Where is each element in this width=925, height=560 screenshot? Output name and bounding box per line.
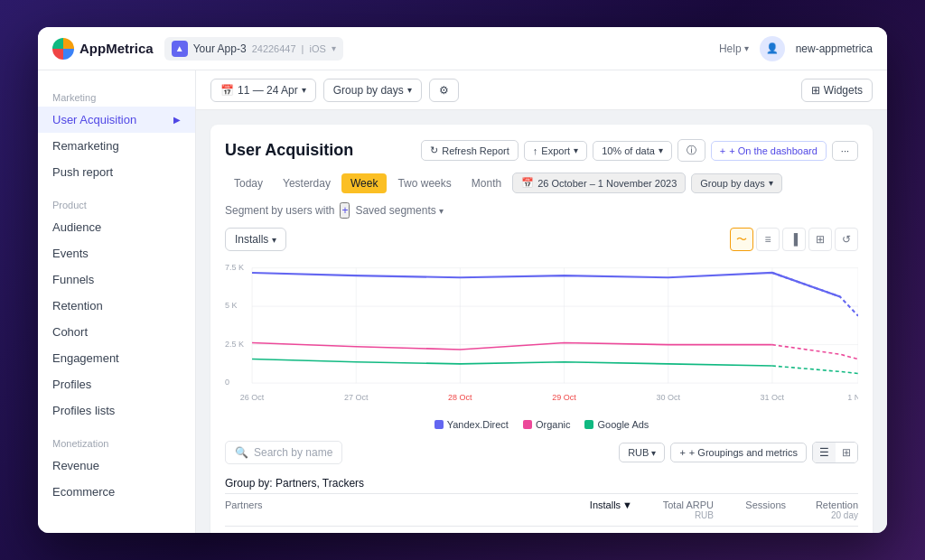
filter-button[interactable]: ⚙ bbox=[429, 79, 459, 102]
dashboard-label: + On the dashboard bbox=[729, 145, 818, 156]
sidebar-item-push-report[interactable]: Push report bbox=[38, 159, 195, 185]
sidebar-section-marketing: Marketing User Acquisition ▶ Remarketing… bbox=[38, 85, 195, 185]
col-header-installs[interactable]: Installs ▼ bbox=[551, 499, 632, 520]
search-container[interactable]: 🔍 Search by name bbox=[225, 441, 342, 464]
sidebar-item-label: User Acquisition bbox=[52, 113, 136, 126]
plus-icon: + bbox=[679, 447, 685, 458]
group-by-chart-button[interactable]: Group by days ▾ bbox=[691, 173, 782, 193]
widgets-label: Widgets bbox=[824, 84, 863, 97]
group-by-info: Group by: Partners, Trackers bbox=[225, 471, 858, 493]
chevron-down-icon: ▾ bbox=[744, 43, 749, 53]
app-logo-icon bbox=[52, 38, 74, 60]
refresh-chart-button[interactable]: ↺ bbox=[835, 228, 858, 251]
help-button[interactable]: Help ▾ bbox=[719, 42, 749, 55]
info-button[interactable]: ⓘ bbox=[677, 139, 705, 162]
chart-legend: Yandex.Direct Organic Google Ads bbox=[225, 419, 858, 430]
col-arpu-sub: RUB bbox=[632, 510, 714, 520]
data-percent-label: 10% of data bbox=[602, 145, 655, 156]
grid-view-button[interactable]: ⊞ bbox=[836, 443, 857, 462]
chevron-down-icon: ▾ bbox=[769, 178, 773, 188]
sidebar-item-funnels[interactable]: Funnels bbox=[38, 266, 195, 293]
more-button[interactable]: ··· bbox=[832, 141, 858, 161]
sidebar: Marketing User Acquisition ▶ Remarketing… bbox=[38, 70, 196, 533]
sidebar-item-cohort[interactable]: Cohort bbox=[38, 319, 195, 345]
date-range-selector[interactable]: 📅 26 October – 1 November 2023 bbox=[512, 173, 686, 193]
groupings-button[interactable]: + + Groupings and metrics bbox=[670, 443, 807, 462]
add-segment-button[interactable]: + bbox=[340, 202, 350, 219]
calendar-icon: 📅 bbox=[521, 177, 534, 189]
sidebar-divider-2 bbox=[38, 424, 195, 431]
svg-text:28 Oct: 28 Oct bbox=[448, 393, 472, 402]
chevron-down-icon: ▾ bbox=[272, 235, 276, 245]
refresh-button[interactable]: ↻ Refresh Report bbox=[421, 140, 519, 161]
sidebar-item-user-acquisition[interactable]: User Acquisition ▶ bbox=[38, 107, 195, 133]
sidebar-section-product: Product Audience Events Funnels Retentio… bbox=[38, 192, 195, 424]
currency-label: RUB bbox=[628, 447, 649, 458]
chart-area: 7.5 K 5 K 2.5 K 0 bbox=[225, 258, 858, 412]
tab-today[interactable]: Today bbox=[225, 173, 272, 193]
sidebar-item-audience[interactable]: Audience bbox=[38, 214, 195, 240]
chart-section: Installs ▾ 〜 ≡ ▐ ⊞ ↺ bbox=[225, 228, 858, 441]
report-card: User Acquisition ↻ Refresh Report ↑ Expo… bbox=[210, 125, 873, 533]
bar-chart-button[interactable]: ▐ bbox=[782, 228, 806, 251]
refresh-icon: ↻ bbox=[430, 145, 438, 156]
dashboard-button[interactable]: + + On the dashboard bbox=[711, 141, 827, 161]
sidebar-divider-1 bbox=[38, 185, 195, 192]
legend-label-google: Google Ads bbox=[597, 419, 649, 430]
saved-segments-dropdown[interactable]: Saved segments ▾ bbox=[355, 204, 444, 217]
stacked-chart-button[interactable]: ≡ bbox=[756, 228, 780, 251]
tab-month[interactable]: Month bbox=[462, 173, 510, 193]
installs-dropdown[interactable]: Installs ▾ bbox=[225, 228, 286, 251]
sidebar-item-label: Profiles bbox=[52, 378, 91, 391]
group-by-button[interactable]: Group by days ▾ bbox=[323, 79, 422, 102]
segment-label: Segment by users with bbox=[225, 204, 334, 217]
legend-dot-organic bbox=[523, 420, 532, 429]
sidebar-item-retention[interactable]: Retention bbox=[38, 293, 195, 319]
chart-type-controls: 〜 ≡ ▐ ⊞ ↺ bbox=[730, 228, 858, 251]
tab-week[interactable]: Week bbox=[341, 173, 387, 193]
date-range-button[interactable]: 📅 11 — 24 Apr ▾ bbox=[210, 79, 316, 102]
group-by-chart-label: Group by days bbox=[700, 178, 765, 189]
section-title-product: Product bbox=[38, 192, 195, 214]
currency-button[interactable]: RUB ▾ bbox=[619, 443, 665, 462]
toolbar: 📅 11 — 24 Apr ▾ Group by days ▾ ⚙ ⊞ Widg… bbox=[196, 70, 887, 110]
app-selector-label: Your App-3 bbox=[193, 42, 247, 55]
top-bar-right: Help ▾ 👤 new-appmetrica bbox=[719, 36, 873, 61]
svg-text:2.5 K: 2.5 K bbox=[225, 340, 245, 349]
svg-text:29 Oct: 29 Oct bbox=[552, 393, 576, 402]
sidebar-item-profiles-lists[interactable]: Profiles lists bbox=[38, 397, 195, 424]
chevron-down-icon: ▾ bbox=[439, 206, 444, 216]
legend-dot-yandex bbox=[434, 420, 444, 429]
chart-svg: 7.5 K 5 K 2.5 K 0 bbox=[225, 258, 858, 412]
tab-yesterday[interactable]: Yesterday bbox=[274, 173, 340, 193]
content-area: 📅 11 — 24 Apr ▾ Group by days ▾ ⚙ ⊞ Widg… bbox=[196, 70, 887, 533]
sidebar-item-revenue[interactable]: Revenue bbox=[38, 453, 195, 479]
sidebar-item-remarketing[interactable]: Remarketing bbox=[38, 133, 195, 159]
section-title-monetization: Monetization bbox=[38, 431, 195, 453]
app-logo: AppMetrica bbox=[52, 38, 154, 60]
report-header: User Acquisition ↻ Refresh Report ↑ Expo… bbox=[225, 139, 858, 162]
svg-text:31 Oct: 31 Oct bbox=[761, 393, 785, 402]
line-chart-button[interactable]: 〜 bbox=[730, 228, 753, 251]
export-button[interactable]: ↑ Export ▾ bbox=[524, 141, 587, 161]
tab-two-weeks[interactable]: Two weeks bbox=[388, 173, 460, 193]
refresh-label: Refresh Report bbox=[442, 145, 509, 156]
col-header-retention: Retention 20 day bbox=[786, 499, 858, 520]
sidebar-item-profiles[interactable]: Profiles bbox=[38, 371, 195, 397]
svg-text:1 Nov: 1 Nov bbox=[847, 393, 858, 402]
sidebar-item-ecommerce[interactable]: Ecommerce bbox=[38, 479, 195, 505]
list-view-button[interactable]: ☰ bbox=[813, 443, 836, 462]
data-percent-button[interactable]: 10% of data ▾ bbox=[593, 141, 672, 161]
app-selector[interactable]: ▲ Your App-3 24226447 | iOS ▾ bbox=[164, 37, 343, 61]
sidebar-item-label: Remarketing bbox=[52, 139, 119, 153]
chevron-down-icon: ▾ bbox=[407, 85, 412, 95]
sidebar-item-engagement[interactable]: Engagement bbox=[38, 345, 195, 371]
date-range-value: 26 October – 1 November 2023 bbox=[537, 178, 677, 189]
widgets-button[interactable]: ⊞ Widgets bbox=[801, 79, 873, 102]
chevron-down-icon: ▾ bbox=[302, 85, 306, 95]
legend-label-organic: Organic bbox=[536, 419, 571, 430]
sidebar-item-events[interactable]: Events bbox=[38, 240, 195, 266]
grid-chart-button[interactable]: ⊞ bbox=[808, 228, 832, 251]
app-selector-icon: ▲ bbox=[172, 41, 188, 57]
app-selector-id: 24226447 bbox=[252, 43, 296, 54]
